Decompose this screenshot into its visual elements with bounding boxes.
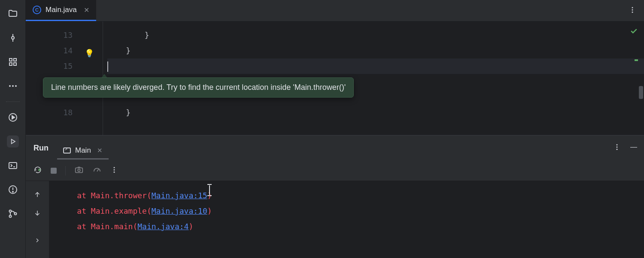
line-number: 13	[26, 28, 73, 43]
run-icon[interactable]	[7, 111, 19, 123]
line-number: 18	[26, 105, 73, 120]
svg-point-25	[617, 147, 618, 148]
rerun-icon[interactable]	[33, 166, 42, 176]
svg-point-19	[9, 215, 11, 218]
svg-marker-12	[11, 139, 15, 144]
svg-point-29	[78, 169, 80, 172]
up-arrow-icon[interactable]	[33, 190, 41, 200]
svg-point-7	[9, 85, 11, 87]
inspection-ok-icon[interactable]	[629, 27, 638, 37]
debug-icon[interactable]	[7, 135, 19, 147]
stack-line: at Main.example(Main.java:10)	[58, 203, 635, 219]
run-header: Run Main ✕ —	[26, 135, 644, 160]
hint-tooltip: Line numbers are likely diverged. Try to…	[43, 77, 354, 98]
editor-tab-bar: C Main.java ✕	[26, 0, 644, 22]
line-number: 15	[26, 58, 73, 74]
camera-icon[interactable]	[74, 165, 84, 176]
svg-point-21	[632, 7, 633, 8]
svg-marker-27	[39, 169, 40, 170]
chevron-right-icon[interactable]	[34, 237, 41, 246]
svg-point-31	[114, 167, 115, 168]
code-line-active	[107, 58, 644, 74]
run-tab[interactable]: Main ✕	[57, 143, 109, 160]
svg-rect-6	[14, 63, 16, 65]
run-gutter	[26, 181, 49, 258]
stack-line: at Main.main(Main.java:4)	[58, 219, 635, 234]
svg-point-23	[632, 11, 633, 12]
svg-point-18	[9, 210, 11, 212]
divider	[65, 166, 66, 175]
svg-point-26	[617, 149, 618, 150]
activity-bar	[0, 0, 26, 258]
commit-icon[interactable]	[7, 32, 19, 44]
toolbar-more-icon[interactable]	[110, 166, 118, 175]
terminal-icon[interactable]	[7, 160, 19, 172]
run-toolbar	[26, 160, 644, 181]
code-line: }	[107, 43, 644, 58]
svg-point-17	[12, 191, 13, 192]
run-body: at Main.thrower(Main.java:15) at Main.ex…	[26, 181, 644, 258]
svg-point-33	[114, 171, 115, 172]
svg-marker-11	[12, 116, 15, 119]
svg-rect-28	[76, 168, 83, 172]
close-icon[interactable]: ✕	[84, 6, 89, 14]
svg-rect-13	[9, 163, 17, 169]
speedometer-icon[interactable]	[92, 165, 102, 176]
tab-more-icon[interactable]	[629, 6, 644, 15]
run-tab-label: Main	[75, 146, 91, 155]
svg-line-30	[97, 169, 99, 172]
svg-rect-3	[9, 58, 12, 61]
code-line: }	[107, 28, 644, 43]
more-horizontal-icon[interactable]	[7, 80, 19, 92]
console-icon	[63, 147, 71, 154]
editor-tab-label: Main.java	[46, 6, 77, 14]
stack-link[interactable]: Main.java:4	[137, 222, 188, 231]
hide-icon[interactable]: —	[630, 143, 636, 153]
editor[interactable]: 13 14 💡 15 18 } } static void thrower() …	[26, 22, 644, 135]
svg-rect-5	[9, 63, 12, 65]
close-icon[interactable]: ✕	[97, 147, 103, 154]
run-title: Run	[33, 144, 49, 153]
run-more-icon[interactable]	[613, 143, 621, 153]
intention-bulb-icon[interactable]: 💡	[85, 46, 94, 61]
scrollbar-thumb[interactable]	[639, 86, 643, 99]
console-output[interactable]: at Main.thrower(Main.java:15) at Main.ex…	[49, 181, 644, 258]
svg-point-0	[12, 37, 14, 39]
stop-icon[interactable]	[51, 168, 57, 174]
svg-rect-4	[14, 58, 16, 61]
editor-tab[interactable]: C Main.java ✕	[26, 0, 96, 21]
stack-link[interactable]: Main.java:15	[152, 191, 207, 200]
project-icon[interactable]	[7, 8, 19, 20]
svg-point-8	[12, 85, 14, 87]
stack-link[interactable]: Main.java:10	[152, 206, 207, 215]
separator	[6, 101, 20, 102]
main-column: C Main.java ✕ 13 14 💡 15 18 } } static	[26, 0, 644, 258]
svg-point-32	[114, 169, 115, 170]
structure-icon[interactable]	[7, 56, 19, 68]
svg-point-24	[617, 144, 618, 145]
svg-point-9	[15, 85, 17, 87]
caret	[107, 61, 108, 72]
svg-point-22	[632, 9, 633, 10]
down-arrow-icon[interactable]	[33, 209, 41, 219]
stack-line: at Main.thrower(Main.java:15)	[58, 188, 635, 203]
code-line: }	[107, 105, 644, 120]
java-class-icon: C	[33, 6, 41, 14]
line-number: 14 💡	[26, 43, 73, 58]
version-control-icon[interactable]	[7, 208, 19, 220]
problems-icon[interactable]	[7, 184, 19, 196]
run-tool-window: Run Main ✕ —	[26, 135, 644, 258]
editor-marker	[635, 59, 638, 61]
